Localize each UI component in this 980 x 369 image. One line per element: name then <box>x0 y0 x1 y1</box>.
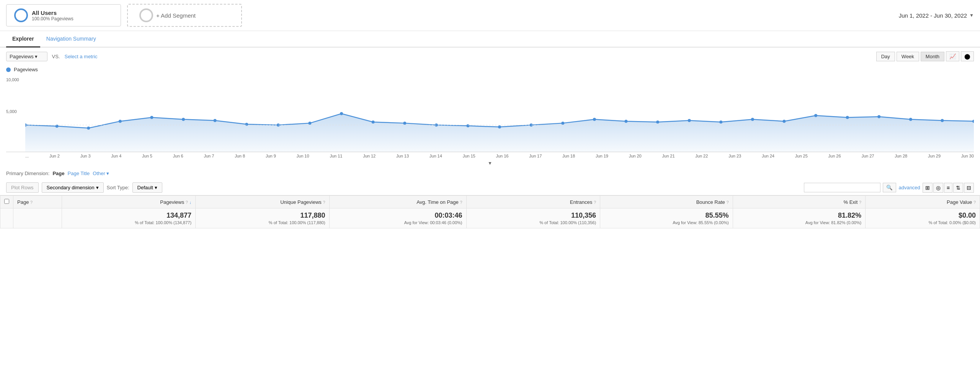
chart-area: Pageviews 10,000 5,000 <box>0 65 980 166</box>
pageviews-total-main: 134,877 <box>66 212 192 220</box>
entrances-total-sub: % of Total: 100.00% (110,356) <box>470 220 596 225</box>
search-area: 🔍 advanced ⊞ ◎ ≡ ⇅ ⊟ <box>804 183 974 193</box>
entrances-total-main: 110,356 <box>470 212 596 220</box>
legend-dot <box>6 67 11 72</box>
search-button[interactable]: 🔍 <box>883 183 896 192</box>
week-button[interactable]: Week <box>897 52 919 61</box>
totals-avg-time-cell: 00:03:46 Avg for View: 00:03:46 (0.00%) <box>329 208 466 228</box>
page-value-column-header[interactable]: Page Value ? <box>866 196 980 208</box>
metric-dropdown[interactable]: Pageviews ▾ <box>6 52 47 61</box>
totals-checkbox-cell <box>0 208 13 228</box>
custom-view-button[interactable]: ⇅ <box>953 183 963 193</box>
entrances-help-icon[interactable]: ? <box>594 200 596 205</box>
unique-pageviews-total-sub: % of Total: 100.00% (117,880) <box>199 220 325 225</box>
unique-pageviews-help-icon[interactable]: ? <box>323 200 325 205</box>
chart-point <box>751 118 754 121</box>
metric-label: Pageviews <box>10 54 34 59</box>
bounce-rate-column-header[interactable]: Bounce Rate ? <box>600 196 733 208</box>
page-value-total-main: $0.00 <box>869 212 976 220</box>
page-help-icon[interactable]: ? <box>30 200 33 205</box>
line-chart-icon[interactable]: 📈 <box>946 51 959 61</box>
avg-time-total-main: 00:03:46 <box>333 212 462 220</box>
pct-exit-help-icon[interactable]: ? <box>859 200 861 205</box>
table-controls: Plot Rows Secondary dimension ▾ Sort Typ… <box>0 180 980 195</box>
metric-selector: Pageviews ▾ VS. Select a metric <box>6 52 97 61</box>
tab-explorer[interactable]: Explorer <box>6 31 40 48</box>
chart-point <box>656 120 659 123</box>
y-label-5000: 5,000 <box>6 109 17 114</box>
tab-bar: Explorer Navigation Summary <box>0 31 980 48</box>
all-users-segment[interactable]: All Users 100.00% Pageviews <box>6 4 121 26</box>
pageviews-column-header[interactable]: Pageviews ? ↓ <box>62 196 196 208</box>
dim-page-title-link[interactable]: Page Title <box>68 171 90 176</box>
dim-other-dropdown[interactable]: Other ▾ <box>93 171 109 176</box>
totals-page-cell <box>13 208 62 228</box>
scroll-arrow[interactable]: ▼ <box>6 161 974 166</box>
chart-point <box>909 118 912 121</box>
comparison-view-button[interactable]: ◎ <box>933 183 943 193</box>
segment-name: All Users <box>32 10 74 16</box>
advanced-link[interactable]: advanced <box>898 185 920 190</box>
pivot-view-button[interactable]: ≡ <box>944 183 952 193</box>
date-range[interactable]: Jun 1, 2022 - Jun 30, 2022 ▼ <box>899 12 974 19</box>
segment-bar: All Users 100.00% Pageviews + Add Segmen… <box>0 0 980 31</box>
view-icons: ⊞ ◎ ≡ ⇅ ⊟ <box>923 183 974 193</box>
vs-label: VS. <box>52 54 60 59</box>
chart-point <box>119 120 122 123</box>
chart-area-fill <box>25 114 974 152</box>
pct-exit-total-main: 81.82% <box>737 212 862 220</box>
pct-exit-column-header[interactable]: % Exit ? <box>733 196 866 208</box>
totals-entrances-cell: 110,356 % of Total: 100.00% (110,356) <box>466 208 600 228</box>
avg-time-help-icon[interactable]: ? <box>460 200 462 205</box>
segment-circle <box>14 8 28 22</box>
page-value-help-icon[interactable]: ? <box>973 200 976 205</box>
checkbox-header[interactable] <box>0 196 13 208</box>
chart-point <box>214 119 217 122</box>
data-table: Page ? Pageviews ? ↓ Unique Pageviews ? … <box>0 195 980 228</box>
select-all-checkbox[interactable] <box>4 199 9 204</box>
chart-point <box>87 126 90 130</box>
chart-point <box>498 125 501 128</box>
add-segment-button[interactable]: + Add Segment <box>127 4 242 27</box>
avg-time-column-header[interactable]: Avg. Time on Page ? <box>329 196 466 208</box>
chart-point <box>403 121 406 125</box>
day-button[interactable]: Day <box>876 52 895 61</box>
totals-unique-pageviews-cell: 117,880 % of Total: 100.00% (117,880) <box>196 208 330 228</box>
pageviews-total-sub: % of Total: 100.00% (134,877) <box>66 220 192 225</box>
totals-row: 134,877 % of Total: 100.00% (134,877) 11… <box>0 208 980 228</box>
chart-point <box>782 120 786 123</box>
page-column-header[interactable]: Page ? <box>13 196 62 208</box>
sort-type-button[interactable]: Default ▾ <box>132 182 162 193</box>
segment-sub: 100.00% Pageviews <box>32 16 74 21</box>
unique-pageviews-column-header[interactable]: Unique Pageviews ? <box>196 196 330 208</box>
month-button[interactable]: Month <box>921 52 944 61</box>
entrances-column-header[interactable]: Entrances ? <box>466 196 600 208</box>
page-value-total-sub: % of Total: 0.00% ($0.00) <box>869 220 976 225</box>
chart-point <box>150 116 153 119</box>
chart-point <box>245 123 248 126</box>
totals-pct-exit-cell: 81.82% Avg for View: 81.82% (0.00%) <box>733 208 866 228</box>
pie-chart-icon[interactable]: ⬤ <box>961 51 974 61</box>
plot-rows-button[interactable]: Plot Rows <box>6 182 39 193</box>
dim-page-link[interactable]: Page <box>52 171 64 176</box>
totals-bounce-rate-cell: 85.55% Avg for View: 85.55% (0.00%) <box>600 208 733 228</box>
table-view-button[interactable]: ⊞ <box>923 183 933 193</box>
chart-point <box>719 120 722 123</box>
date-range-arrow: ▼ <box>969 13 974 18</box>
primary-dim-label: Primary Dimension: <box>6 171 49 176</box>
bounce-rate-total-main: 85.55% <box>604 212 729 220</box>
chart-view-controls: Day Week Month 📈 ⬤ <box>876 51 974 61</box>
bounce-rate-help-icon[interactable]: ? <box>726 200 728 205</box>
select-metric-link[interactable]: Select a metric <box>64 54 97 59</box>
chart-controls: Pageviews ▾ VS. Select a metric Day Week… <box>0 48 980 65</box>
bounce-rate-total-sub: Avg for View: 85.55% (0.00%) <box>604 220 729 225</box>
tab-navigation-summary[interactable]: Navigation Summary <box>40 31 102 48</box>
pageviews-help-icon[interactable]: ? <box>186 200 188 205</box>
chart-point <box>624 120 627 123</box>
secondary-dimension-button[interactable]: Secondary dimension ▾ <box>42 182 104 193</box>
table-header-row: Page ? Pageviews ? ↓ Unique Pageviews ? … <box>0 196 980 208</box>
flat-view-button[interactable]: ⊟ <box>964 183 974 193</box>
chart-point <box>688 119 691 122</box>
search-input[interactable] <box>804 183 880 192</box>
totals-page-value-cell: $0.00 % of Total: 0.00% ($0.00) <box>866 208 980 228</box>
